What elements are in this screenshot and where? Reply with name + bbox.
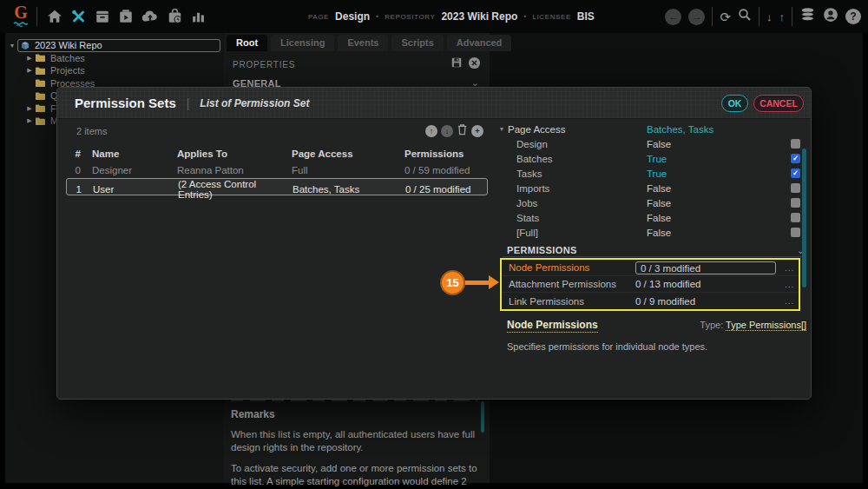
- tab-root[interactable]: Root: [227, 35, 267, 51]
- licensee-value: BIS: [577, 10, 595, 23]
- row-value-field[interactable]: 0 / 3 modified: [635, 261, 776, 274]
- permissions-row-link[interactable]: Link Permissions 0 / 9 modified ...: [502, 293, 799, 309]
- toolbar-divider: [759, 7, 760, 26]
- media-box-icon[interactable]: [118, 9, 134, 24]
- page-value: Design: [335, 10, 370, 23]
- checkbox-checked[interactable]: ✓: [791, 169, 800, 178]
- permission-sets-dialog: Permission Sets | List of Permission Set…: [56, 87, 812, 400]
- checkbox-unchecked[interactable]: [791, 139, 800, 149]
- caret-right-icon[interactable]: ▶: [24, 55, 35, 62]
- detail-type: Type: Type Permissions[]: [700, 320, 806, 330]
- checkbox-unchecked[interactable]: [791, 198, 800, 208]
- app-logo[interactable]: G: [10, 3, 31, 30]
- chevron-down-icon[interactable]: ⌄: [471, 81, 479, 84]
- move-down-icon[interactable]: ↓: [441, 125, 453, 137]
- properties-title: PROPERTIES: [233, 60, 445, 69]
- row-label: Design: [508, 139, 647, 149]
- delete-icon[interactable]: [457, 123, 468, 139]
- archive-box-icon[interactable]: [95, 9, 110, 24]
- download-icon[interactable]: ↓: [766, 11, 773, 23]
- database-icon[interactable]: [799, 7, 816, 26]
- row-label: Stats: [508, 213, 647, 223]
- permissions-row-node[interactable]: Node Permissions 0 / 3 modified ...: [502, 260, 799, 276]
- permissions-heading: PERMISSIONS: [507, 245, 797, 255]
- page-access-row-design: Design False: [496, 136, 806, 151]
- design-tools-icon[interactable]: [70, 9, 87, 24]
- page-label: PAGE: [308, 13, 329, 21]
- toolbar-divider: [36, 7, 37, 26]
- cell-name: Designer: [92, 165, 177, 175]
- forward-icon[interactable]: →: [688, 9, 705, 25]
- row-label: Tasks: [508, 169, 647, 179]
- properties-scrollbar[interactable]: [481, 401, 484, 433]
- folder-icon: [35, 103, 46, 113]
- col-header: Permissions: [404, 149, 488, 159]
- folder-icon: [35, 66, 46, 76]
- breadcrumb: PAGE Design • REPOSITORY 2023 Wiki Repo …: [308, 0, 595, 33]
- stats-chart-icon[interactable]: [191, 9, 206, 24]
- tree-item-batches[interactable]: ▶ Batches: [5, 52, 224, 65]
- remarks-section: Remarks When this list is empty, all aut…: [231, 408, 483, 489]
- back-icon[interactable]: ←: [665, 9, 681, 25]
- breadcrumb-separator: •: [523, 12, 526, 21]
- user-account-icon[interactable]: [823, 7, 838, 26]
- help-icon[interactable]: ?: [845, 9, 861, 24]
- permissions-section-header[interactable]: PERMISSIONS ⌄: [503, 244, 806, 257]
- col-header: Applies To: [177, 149, 292, 159]
- folder-icon: [35, 78, 46, 88]
- tab-events[interactable]: Events: [338, 35, 388, 51]
- type-label: Type:: [700, 320, 723, 330]
- more-options-icon[interactable]: ...: [785, 280, 799, 289]
- refresh-icon[interactable]: ⟳: [720, 10, 731, 23]
- row-label: Imports: [508, 183, 647, 194]
- move-up-icon[interactable]: ↑: [425, 125, 437, 137]
- type-value-link[interactable]: Type Permissions[]: [726, 320, 806, 331]
- caret-right-icon[interactable]: ▶: [24, 117, 35, 124]
- page-access-summary: Batches, Tasks: [647, 124, 791, 135]
- caret-down-icon[interactable]: ▼: [7, 43, 17, 49]
- caret-down-icon[interactable]: ▼: [496, 126, 508, 132]
- close-properties-icon[interactable]: [463, 56, 481, 73]
- checkbox-checked[interactable]: ✓: [791, 154, 800, 163]
- cell-permissions: 0 / 59 modified: [404, 165, 488, 175]
- save-icon[interactable]: [445, 56, 463, 72]
- dialog-scrollbar[interactable]: [802, 149, 806, 287]
- repository-icon: [20, 40, 30, 50]
- row-label: Node Permissions: [502, 262, 635, 273]
- checkbox-unchecked[interactable]: [791, 228, 800, 237]
- upload-icon[interactable]: ↑: [779, 11, 786, 23]
- tree-root-row[interactable]: ▼ 2023 Wiki Repo: [5, 39, 224, 52]
- cell-applies-to: (2 Access Control Entries): [178, 179, 293, 200]
- more-options-icon[interactable]: ...: [785, 296, 799, 306]
- page-access-header[interactable]: ▼ Page Access Batches, Tasks: [496, 122, 806, 136]
- checkbox-unchecked[interactable]: [791, 213, 800, 222]
- permissions-row-attachment[interactable]: Attachment Permissions 0 / 13 modified .…: [502, 276, 799, 293]
- row-value: False: [647, 139, 791, 149]
- add-icon[interactable]: +: [471, 125, 483, 137]
- title-divider: |: [187, 96, 190, 110]
- bag-clock-icon[interactable]: [167, 9, 183, 24]
- tab-scripts[interactable]: Scripts: [391, 35, 443, 51]
- tree-item-projects[interactable]: ▶ Projects: [5, 64, 224, 77]
- row-label: Jobs: [508, 198, 647, 208]
- cancel-button[interactable]: CANCEL: [753, 95, 804, 112]
- checkbox-unchecked[interactable]: [791, 183, 800, 193]
- table-row[interactable]: 0 Designer Reanna Patton Full 0 / 59 mod…: [66, 162, 488, 178]
- caret-right-icon[interactable]: ▶: [24, 67, 35, 74]
- row-label: Batches: [508, 154, 647, 164]
- cell-applies-to: Reanna Patton: [177, 165, 292, 175]
- row-value: 0 / 9 modified: [635, 296, 785, 307]
- ok-button[interactable]: OK: [721, 95, 748, 112]
- table-row-selected[interactable]: 1 User (2 Access Control Entries) Batche…: [66, 178, 488, 195]
- tab-licensing[interactable]: Licensing: [271, 35, 334, 51]
- tab-advanced[interactable]: Advanced: [447, 35, 512, 51]
- more-options-icon[interactable]: ...: [785, 263, 799, 273]
- page-access-row-jobs: Jobs False: [496, 195, 806, 210]
- caret-right-icon[interactable]: ▶: [24, 105, 35, 112]
- search-icon[interactable]: [738, 8, 752, 25]
- home-icon[interactable]: [47, 9, 62, 24]
- tree-root-label: 2023 Wiki Repo: [35, 40, 102, 50]
- tab-bar: Root Licensing Events Scripts Advanced: [227, 35, 511, 51]
- page-access-row-stats: Stats False: [496, 210, 806, 225]
- cloud-upload-icon[interactable]: [141, 9, 159, 24]
